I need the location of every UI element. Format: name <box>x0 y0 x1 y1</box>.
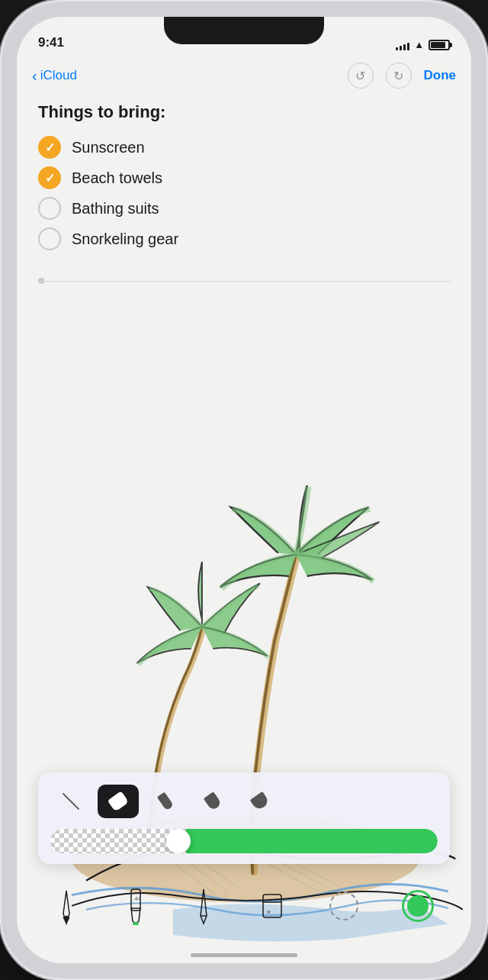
pen-tips-row <box>50 785 438 818</box>
done-button[interactable]: Done <box>424 68 457 83</box>
phone-screen: 9:41 ▲ ‹ iCloud <box>17 17 471 963</box>
eraser-tool-icon: ✕ <box>258 887 286 925</box>
svg-text:✕: ✕ <box>266 909 271 916</box>
pen-picker-panel <box>38 772 450 864</box>
signal-bar-2 <box>400 46 402 50</box>
battery-fill <box>431 42 445 48</box>
pen-tool-icon <box>54 887 79 925</box>
signal-bar-4 <box>407 43 409 50</box>
eraser-tool-button[interactable]: ✕ <box>258 887 286 925</box>
battery-icon <box>429 40 450 50</box>
svg-marker-10 <box>201 889 207 924</box>
checklist-text-4: Snorkeling gear <box>72 230 178 248</box>
nav-bar: ‹ iCloud ↺ ↻ Done <box>17 56 471 95</box>
pen-tip-extra-thick[interactable] <box>239 785 281 818</box>
back-button[interactable]: ‹ iCloud <box>32 67 348 85</box>
home-indicator <box>191 953 297 957</box>
back-chevron-icon: ‹ <box>32 67 37 85</box>
check-icon-1: ✓ <box>45 140 55 155</box>
check-icon-2: ✓ <box>45 171 55 185</box>
medium-tip-icon <box>157 792 174 811</box>
nav-actions: ↺ ↻ Done <box>348 63 457 89</box>
thick-tip-icon <box>204 791 223 811</box>
undo-icon: ↺ <box>355 69 365 83</box>
checklist-text-3: Bathing suits <box>72 200 159 218</box>
checkbox-2[interactable]: ✓ <box>38 166 61 189</box>
pencil-tool-button[interactable] <box>193 887 214 925</box>
note-text-area: Things to bring: ✓ Sunscreen ✓ Beach tow… <box>17 95 471 273</box>
marker-tip-icon <box>108 791 129 811</box>
extra-thick-tip-icon <box>250 791 271 811</box>
slider-track[interactable] <box>50 829 438 853</box>
pen-tip-thick[interactable] <box>192 785 233 818</box>
redo-button[interactable]: ↻ <box>386 63 412 89</box>
phone-frame: 9:41 ▲ ‹ iCloud <box>0 0 488 980</box>
notch <box>164 17 324 44</box>
divider-line <box>38 281 450 282</box>
thin-line-icon <box>63 793 80 811</box>
checklist-item-3[interactable]: Bathing suits <box>38 197 450 220</box>
svg-text:.44: .44 <box>133 895 142 902</box>
checkbox-3[interactable] <box>38 197 61 220</box>
signal-icon <box>396 40 409 50</box>
undo-button[interactable]: ↺ <box>348 63 374 89</box>
checklist-item-2[interactable]: ✓ Beach towels <box>38 166 450 189</box>
drawing-canvas[interactable] <box>17 330 471 963</box>
pencil-tool-icon <box>193 887 214 925</box>
marker-tool-icon: .44 <box>122 887 149 925</box>
marker-tool-button[interactable]: .44 <box>122 887 149 925</box>
divider-area <box>17 281 471 282</box>
checkbox-4[interactable] <box>38 227 61 250</box>
wifi-icon: ▲ <box>414 39 424 50</box>
checkbox-1[interactable]: ✓ <box>38 136 61 159</box>
redo-icon: ↻ <box>393 69 403 83</box>
slider-background <box>50 829 438 853</box>
lasso-circle-icon <box>329 891 358 920</box>
pen-tool-button[interactable] <box>54 887 79 925</box>
slider-thumb[interactable] <box>166 829 191 853</box>
drawing-area[interactable] <box>17 330 471 963</box>
pen-tip-thin[interactable] <box>50 785 92 818</box>
checklist-text-1: Sunscreen <box>72 139 145 156</box>
checklist-text-2: Beach towels <box>72 169 162 187</box>
opacity-slider[interactable] <box>50 829 438 853</box>
checklist-item-1[interactable]: ✓ Sunscreen <box>38 136 450 159</box>
pen-tip-medium[interactable] <box>145 785 186 818</box>
slider-green <box>186 829 438 853</box>
signal-bar-1 <box>396 47 398 50</box>
color-picker-button[interactable] <box>402 890 434 922</box>
pen-tip-marker[interactable] <box>98 785 139 818</box>
lasso-tool-button[interactable] <box>329 891 358 920</box>
status-icons: ▲ <box>396 39 450 50</box>
color-picker-fill <box>407 895 429 917</box>
signal-bar-3 <box>403 44 406 50</box>
checklist-item-4[interactable]: Snorkeling gear <box>38 227 450 250</box>
bottom-toolbar: .44 ✕ <box>17 872 471 940</box>
note-title: Things to bring: <box>38 102 450 122</box>
back-label: iCloud <box>40 68 77 83</box>
color-picker-ring <box>402 890 434 922</box>
